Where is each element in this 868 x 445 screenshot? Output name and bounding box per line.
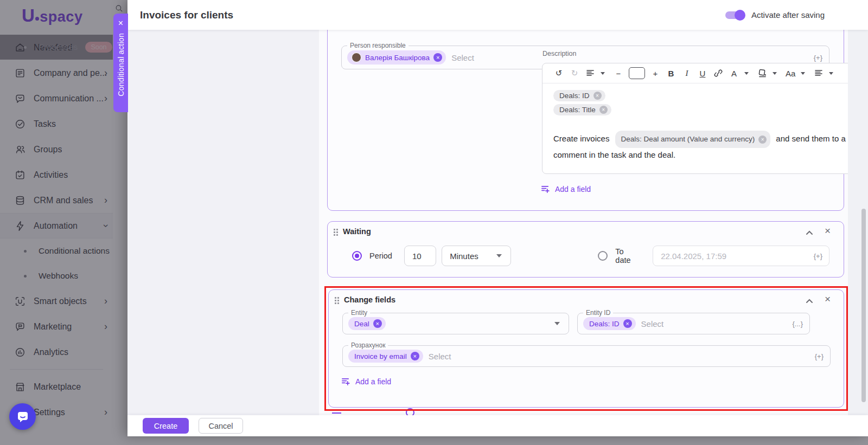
variable-chip-label: Deals: ID (559, 92, 590, 100)
to-date-input[interactable]: 22.04.2025, 17:59 {+} (653, 246, 829, 266)
chevron-down-icon[interactable] (554, 322, 560, 325)
chevron-down-icon[interactable] (829, 72, 833, 75)
chat-widget-button[interactable] (9, 403, 36, 430)
entity-field[interactable]: Entity Deal× (342, 313, 569, 334)
text-case-button[interactable]: Aa (784, 66, 797, 80)
collapse-icon[interactable] (806, 228, 813, 238)
scrollbar-thumb[interactable] (861, 209, 866, 402)
waiting-title: Waiting (343, 227, 371, 236)
close-icon[interactable]: × (825, 225, 831, 237)
redo-button[interactable]: ↻ (568, 66, 581, 80)
chevron-down-icon (496, 254, 502, 257)
close-icon[interactable]: × (825, 293, 831, 305)
section-waiting: Waiting × Period 10 Minutes To date 22. (327, 221, 844, 278)
description-editor[interactable]: ↺ ↻ − + B I U A (542, 63, 868, 174)
remove-chip-icon[interactable]: × (758, 136, 767, 144)
insert-variable-icon[interactable]: {+} (815, 352, 824, 360)
font-size-box[interactable] (629, 67, 645, 79)
insert-variable-icon[interactable]: {+} (814, 252, 822, 260)
collapse-icon[interactable] (806, 296, 813, 306)
increase-font-button[interactable]: + (649, 66, 662, 80)
calculation-field[interactable]: Розрахунок Invoice by email× Select {+} (342, 345, 831, 367)
period-value-input[interactable]: 10 (404, 246, 436, 266)
conditional-action-tab-label: Conditional action (117, 33, 125, 96)
paragraph-format-icon[interactable] (584, 66, 597, 80)
link-button[interactable] (712, 66, 725, 80)
description-content[interactable]: Deals: ID× Deals: Title× Create invoices… (542, 83, 868, 174)
insert-variable-icon[interactable]: {...} (792, 320, 803, 328)
chat-bubble-icon (16, 410, 30, 424)
remove-chip-icon[interactable]: × (623, 319, 632, 328)
variable-chip-label: Deals: Deal amount (Value and currency) (621, 132, 755, 146)
calculation-chip[interactable]: Invoice by email× (348, 350, 423, 363)
add-field-link[interactable]: Add a field (541, 184, 591, 194)
period-unit-select[interactable]: Minutes (442, 246, 511, 266)
person-chip[interactable]: Валерія Башкірова × (347, 50, 446, 65)
cancel-button[interactable]: Cancel (199, 418, 243, 434)
calculation-placeholder: Select (429, 352, 451, 361)
remove-chip-icon[interactable]: × (433, 53, 442, 62)
italic-button[interactable]: I (680, 66, 693, 80)
remove-chip-icon[interactable]: × (373, 319, 382, 328)
variable-chip[interactable]: Deals: Deal amount (Value and currency)× (615, 131, 771, 148)
scrollbar-track[interactable] (848, 30, 868, 415)
decrease-font-button[interactable]: − (612, 66, 625, 80)
entity-id-field[interactable]: Entity ID Deals: ID× Select {...} (577, 313, 810, 334)
waiting-header: Waiting × (328, 222, 844, 241)
period-radio[interactable] (352, 251, 362, 261)
variable-chip[interactable]: Deals: Title× (553, 104, 611, 115)
activate-toggle[interactable] (725, 11, 744, 19)
to-date-placeholder: 22.04.2025, 17:59 (661, 251, 726, 261)
chevron-down-icon[interactable] (601, 72, 605, 75)
person-chip-label: Валерія Башкірова (365, 54, 430, 62)
underline-button[interactable]: U (696, 66, 709, 80)
toggle-knob (735, 10, 745, 21)
app-root: Uspacy Newsfeed Company and pe... › Comm… (0, 0, 868, 445)
entity-chip[interactable]: Deal× (348, 317, 386, 330)
page-title: Invoices for clients (140, 9, 233, 21)
chevron-down-icon[interactable] (744, 72, 749, 75)
activate-toggle-label: Activate after saving (751, 10, 825, 20)
drag-handle-icon[interactable] (333, 228, 339, 236)
drag-handle-icon[interactable] (334, 296, 340, 305)
bold-button[interactable]: B (665, 66, 678, 80)
calculation-chip-label: Invoice by email (354, 352, 407, 360)
highlight-color-button[interactable] (756, 66, 769, 80)
description-label: Description (542, 50, 577, 57)
entity-id-chip[interactable]: Deals: ID× (583, 317, 636, 330)
change-fields-title: Change fields (344, 295, 395, 304)
annotation-highlight-box: Change fields × Entity Deal× Entity ID (324, 286, 848, 411)
chevron-down-icon[interactable] (801, 72, 805, 75)
align-icon[interactable] (812, 66, 825, 80)
add-field-link[interactable]: Add a field (341, 377, 391, 386)
text-color-button[interactable]: A (727, 66, 741, 80)
remove-chip-icon[interactable]: × (593, 92, 602, 100)
create-button[interactable]: Create (143, 418, 189, 434)
trigger-left-panel (127, 30, 319, 415)
entity-id-chip-label: Deals: ID (589, 320, 620, 328)
entity-chip-label: Deal (354, 320, 369, 328)
to-date-radio[interactable] (598, 251, 608, 261)
chevron-down-icon[interactable] (773, 72, 777, 75)
conditional-action-tab[interactable]: × Conditional action (113, 14, 128, 112)
period-unit-value: Minutes (450, 251, 478, 261)
section-change-fields: Change fields × Entity Deal× Entity ID (328, 289, 844, 408)
modal-header: Invoices for clients Activate after savi… (127, 0, 868, 30)
close-icon[interactable]: × (118, 19, 123, 28)
remove-chip-icon[interactable]: × (411, 352, 419, 360)
modal-footer: Create Cancel (127, 415, 868, 436)
variable-chip[interactable]: Deals: ID× (553, 90, 605, 101)
paragraph-text: Create invoices (553, 134, 609, 143)
person-select-placeholder: Select (451, 53, 474, 62)
waiting-controls: Period 10 Minutes To date 22.04.2025, 17… (352, 246, 829, 266)
modal-body: Person responsible Валерія Башкірова × S… (127, 30, 868, 415)
undo-button[interactable]: ↺ (552, 66, 565, 80)
remove-chip-icon[interactable]: × (599, 106, 608, 114)
insert-variable-icon[interactable]: {+} (814, 54, 822, 62)
to-date-label: To date (615, 247, 641, 265)
add-field-label: Add a field (555, 185, 591, 194)
change-fields-header: Change fields × (329, 290, 844, 309)
conditional-action-modal: Person responsible Валерія Башкірова × S… (127, 0, 868, 436)
description-paragraph: Create invoices Deals: Deal amount (Valu… (553, 131, 868, 162)
variable-chip-label: Deals: Title (559, 106, 596, 114)
